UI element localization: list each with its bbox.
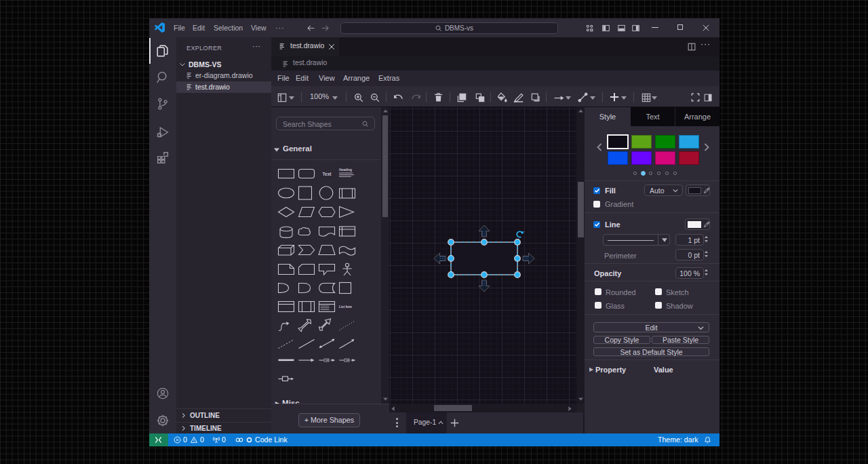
svg-text:Text: Text xyxy=(323,172,332,176)
svg-text:List Item: List Item xyxy=(339,305,352,309)
svg-text:Heading: Heading xyxy=(339,168,352,172)
